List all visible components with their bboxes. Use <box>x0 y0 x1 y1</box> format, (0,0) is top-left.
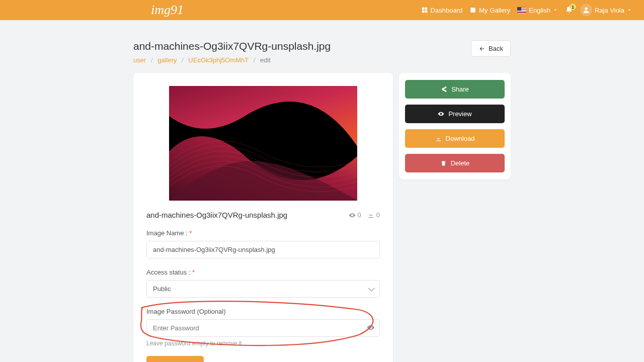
share-label: Share <box>451 85 469 93</box>
chevron-down-icon <box>553 8 558 13</box>
dashboard-icon <box>421 7 428 14</box>
header-nav: Dashboard My Gallery English 1 Raja Viol… <box>421 4 632 16</box>
views-stat: 0 <box>349 211 361 219</box>
delete-label: Delete <box>451 159 470 167</box>
notifications-button[interactable]: 1 <box>565 6 573 14</box>
image-preview <box>169 86 357 201</box>
page-content: and-machines-Og3iix7QVRg-unsplash.jpg us… <box>133 20 511 362</box>
page-title: and-machines-Og3iix7QVRg-unsplash.jpg <box>133 40 331 52</box>
logo[interactable]: img91 <box>151 3 184 18</box>
svg-point-0 <box>585 8 587 10</box>
password-input[interactable] <box>146 319 380 337</box>
breadcrumb-user[interactable]: user <box>133 56 146 64</box>
user-menu[interactable]: Raja Viola <box>580 4 632 16</box>
download-icon <box>367 212 374 219</box>
access-status-select[interactable]: Public <box>146 280 380 298</box>
delete-button[interactable]: Delete <box>405 154 505 172</box>
nav-gallery-label: My Gallery <box>479 7 510 14</box>
nav-dashboard[interactable]: Dashboard <box>421 7 463 14</box>
download-icon <box>435 135 442 142</box>
avatar-icon <box>580 4 592 16</box>
back-button[interactable]: Back <box>471 40 511 57</box>
user-name: Raja Viola <box>595 7 624 14</box>
preview-label: Preview <box>448 110 471 118</box>
password-label: Image Password (Optional) <box>146 308 380 315</box>
save-changes-button[interactable]: Save changes <box>146 356 204 362</box>
gallery-icon <box>469 7 476 14</box>
eye-icon <box>367 323 375 331</box>
share-button[interactable]: Share <box>405 80 505 99</box>
language-switcher[interactable]: English <box>517 7 558 14</box>
arrow-left-icon <box>478 46 486 52</box>
flag-us-icon <box>517 7 526 14</box>
breadcrumb-id[interactable]: UEcGk3phj5OmMhT <box>188 56 249 64</box>
nav-dashboard-label: Dashboard <box>431 7 463 14</box>
trash-icon <box>440 160 447 166</box>
back-label: Back <box>489 45 503 52</box>
image-name-label: Image Name : * <box>146 229 380 237</box>
edit-card: and-machines-Og3iix7QVRg-unsplash.jpg 0 … <box>133 73 393 362</box>
breadcrumb-gallery[interactable]: gallery <box>157 56 177 64</box>
breadcrumb-current: edit <box>260 56 271 64</box>
eye-icon <box>438 111 444 117</box>
image-title: and-machines-Og3iix7QVRg-unsplash.jpg <box>146 211 287 219</box>
views-count: 0 <box>358 211 361 219</box>
download-button[interactable]: Download <box>405 129 505 148</box>
share-icon <box>441 86 447 93</box>
actions-card: Share Preview Download Delete <box>399 73 511 179</box>
password-hint: Leave password empty to remove it <box>146 340 380 347</box>
language-label: English <box>529 7 550 14</box>
breadcrumb: user / gallery / UEcGk3phj5OmMhT / edit <box>133 56 331 64</box>
notifications-badge: 1 <box>570 4 576 10</box>
image-name-input[interactable] <box>146 241 380 258</box>
access-status-label: Access status : * <box>146 268 380 276</box>
top-header: img91 Dashboard My Gallery English 1 Raj… <box>0 0 644 20</box>
downloads-count: 0 <box>376 211 380 219</box>
toggle-password-visibility[interactable] <box>367 323 375 333</box>
downloads-stat: 0 <box>367 211 380 219</box>
nav-gallery[interactable]: My Gallery <box>469 7 510 14</box>
eye-icon <box>349 212 356 219</box>
download-label: Download <box>446 135 475 142</box>
chevron-down-icon <box>627 8 632 13</box>
preview-button[interactable]: Preview <box>405 105 505 123</box>
